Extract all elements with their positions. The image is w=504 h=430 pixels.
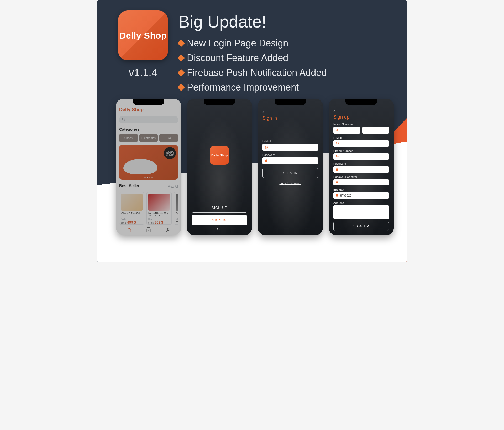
feature-list: New Login Page Design Discount Feature A…	[178, 38, 394, 93]
home-brand-title: Delly Shop	[119, 107, 178, 113]
signup-submit-button[interactable]: SIGN UP	[333, 222, 389, 231]
bag-icon[interactable]	[146, 227, 151, 233]
password-confirm-label: Password Confirm	[333, 175, 389, 178]
headline: Big Update!	[178, 12, 394, 31]
product-image	[148, 194, 170, 211]
feature-item: Discount Feature Added	[178, 52, 394, 63]
signup-title: Sign up	[333, 114, 389, 120]
view-all-link[interactable]: View All	[168, 185, 178, 188]
phone-label: Phone Number	[333, 149, 389, 152]
screenshot-landing: Delly Shop SIGN UP SIGN IN Skip	[187, 99, 252, 235]
calendar-icon	[335, 194, 339, 198]
product-card[interactable]: iPhone 8 Plus Gold Apple 699 $499 $	[119, 192, 144, 225]
screenshot-signin: ‹ Sign in E-Mail @ Password SIGN IN Forg…	[258, 99, 323, 235]
name-label: Name Surname	[333, 123, 389, 126]
phone-notch	[133, 99, 164, 105]
birthday-label: Birthday	[333, 188, 389, 191]
signin-title: Sign in	[262, 115, 318, 121]
svg-point-3	[337, 129, 338, 130]
category-chip[interactable]: Shoes	[119, 134, 138, 142]
at-icon: @	[335, 141, 339, 145]
back-icon[interactable]: ‹	[262, 109, 318, 114]
product-image	[176, 194, 178, 211]
phone-icon	[335, 155, 339, 158]
version-label: v1.1.4	[129, 67, 158, 78]
category-chip[interactable]: Clo	[159, 134, 178, 142]
svg-line-1	[124, 120, 125, 121]
skip-link[interactable]: Skip	[192, 228, 247, 231]
product-card[interactable]: Grey Fi ASIAN 270 $	[174, 192, 178, 225]
home-icon[interactable]	[126, 227, 132, 233]
phone-notch	[345, 99, 377, 105]
birthday-field[interactable]: 8/4/2020	[333, 192, 389, 199]
svg-point-0	[122, 118, 124, 120]
phone-notch	[204, 99, 235, 105]
bullet-icon	[177, 69, 185, 76]
signup-button[interactable]: SIGN UP	[192, 203, 247, 213]
phone-notch	[275, 99, 306, 105]
password-label: Password	[333, 162, 389, 165]
svg-rect-4	[336, 194, 338, 196]
screenshot-signup: ‹ Sign up Name Surname E-Mail @ Phone Nu…	[329, 99, 394, 235]
app-icon: Delly Shop	[118, 10, 168, 60]
lock-icon	[265, 159, 268, 163]
best-seller-heading: Best Seller	[119, 183, 140, 188]
password-field[interactable]	[333, 166, 389, 173]
hero-badge: Cycling EDITOR'S CHOICE	[164, 147, 176, 159]
address-label: Address	[333, 201, 389, 204]
svg-point-2	[167, 228, 169, 230]
hero-product-image	[123, 159, 158, 174]
landing-logo: Delly Shop	[210, 146, 229, 165]
screenshot-home: Delly Shop Categories Shoes Electronics …	[116, 99, 181, 235]
email-field[interactable]: @	[262, 144, 318, 151]
back-icon[interactable]: ‹	[333, 108, 389, 113]
bottom-nav	[119, 225, 178, 235]
bullet-icon	[177, 54, 185, 62]
address-field[interactable]	[333, 205, 389, 219]
lock-icon	[335, 168, 339, 172]
app-icon-label: Delly Shop	[119, 30, 167, 41]
logo-column: Delly Shop v1.1.4	[118, 10, 168, 93]
product-card[interactable]: Men's Nike Air Max 270 Casual Nike 570 $…	[146, 192, 172, 225]
last-name-field[interactable]	[362, 127, 389, 134]
search-input[interactable]	[119, 116, 178, 123]
search-icon	[122, 118, 125, 122]
bullet-icon	[177, 84, 185, 91]
forgot-password-link[interactable]: Forget Password	[262, 182, 318, 185]
birthday-value: 8/4/2020	[340, 194, 351, 197]
signin-submit-button[interactable]: SIGN IN	[262, 168, 318, 178]
product-image	[121, 194, 143, 211]
at-icon: @	[265, 145, 268, 149]
carousel-dots[interactable]	[144, 177, 153, 178]
user-icon	[335, 128, 339, 132]
password-field[interactable]	[262, 157, 318, 164]
category-chip[interactable]: Electronics	[139, 134, 158, 142]
first-name-field[interactable]	[333, 127, 360, 134]
email-field[interactable]: @	[333, 140, 389, 147]
bullet-icon	[177, 40, 185, 47]
phone-field[interactable]	[333, 153, 389, 160]
password-confirm-field[interactable]	[333, 179, 389, 186]
feature-item: Firebase Push Notification Added	[178, 67, 394, 78]
hero-banner[interactable]: Cycling EDITOR'S CHOICE	[119, 145, 178, 180]
feature-item: New Login Page Design	[178, 38, 394, 49]
email-label: E-Mail	[333, 136, 389, 139]
email-label: E-Mail	[262, 140, 318, 143]
user-icon[interactable]	[165, 227, 171, 233]
lock-icon	[335, 181, 339, 184]
promo-card: Delly Shop v1.1.4 Big Update! New Login …	[97, 0, 407, 262]
signin-button[interactable]: SIGN IN	[192, 215, 247, 225]
feature-item: Performance Improvement	[178, 82, 394, 93]
categories-heading: Categories	[119, 127, 178, 131]
password-label: Password	[262, 153, 318, 156]
